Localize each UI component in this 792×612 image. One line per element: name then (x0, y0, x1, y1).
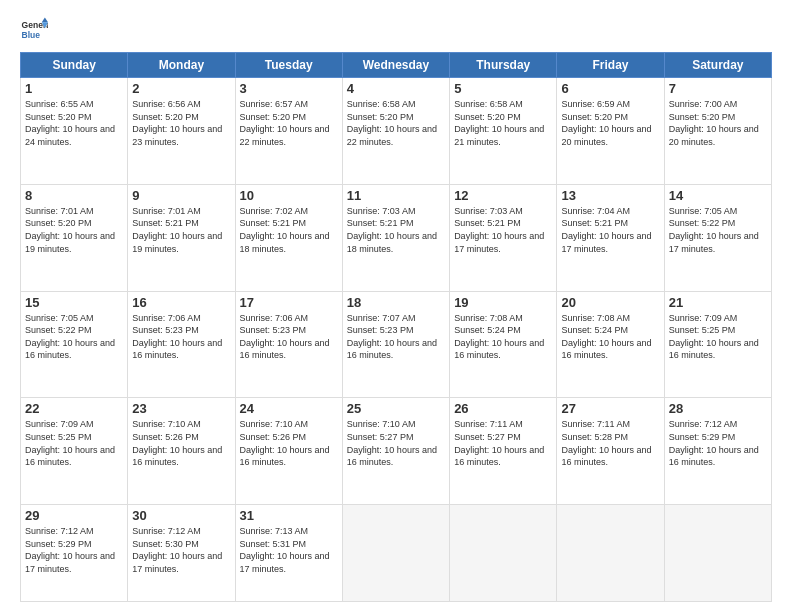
calendar-day-cell: 2 Sunrise: 6:56 AM Sunset: 5:20 PM Dayli… (128, 78, 235, 185)
day-info: Sunrise: 6:57 AM Sunset: 5:20 PM Dayligh… (240, 98, 338, 148)
calendar-day-cell: 10 Sunrise: 7:02 AM Sunset: 5:21 PM Dayl… (235, 184, 342, 291)
day-number: 13 (561, 188, 659, 203)
calendar-week-row: 8 Sunrise: 7:01 AM Sunset: 5:20 PM Dayli… (21, 184, 772, 291)
day-info: Sunrise: 7:01 AM Sunset: 5:20 PM Dayligh… (25, 205, 123, 255)
header: General Blue (20, 16, 772, 44)
calendar-day-cell: 18 Sunrise: 7:07 AM Sunset: 5:23 PM Dayl… (342, 291, 449, 398)
day-number: 7 (669, 81, 767, 96)
calendar-col-header: Wednesday (342, 53, 449, 78)
day-number: 3 (240, 81, 338, 96)
calendar-day-cell: 22 Sunrise: 7:09 AM Sunset: 5:25 PM Dayl… (21, 398, 128, 505)
calendar-col-header: Monday (128, 53, 235, 78)
calendar-day-cell: 15 Sunrise: 7:05 AM Sunset: 5:22 PM Dayl… (21, 291, 128, 398)
day-number: 28 (669, 401, 767, 416)
day-info: Sunrise: 7:11 AM Sunset: 5:28 PM Dayligh… (561, 418, 659, 468)
day-number: 19 (454, 295, 552, 310)
day-number: 2 (132, 81, 230, 96)
day-info: Sunrise: 7:04 AM Sunset: 5:21 PM Dayligh… (561, 205, 659, 255)
day-number: 21 (669, 295, 767, 310)
day-number: 17 (240, 295, 338, 310)
day-number: 30 (132, 508, 230, 523)
calendar-day-cell: 4 Sunrise: 6:58 AM Sunset: 5:20 PM Dayli… (342, 78, 449, 185)
calendar-col-header: Thursday (450, 53, 557, 78)
calendar-day-cell: 6 Sunrise: 6:59 AM Sunset: 5:20 PM Dayli… (557, 78, 664, 185)
day-number: 24 (240, 401, 338, 416)
day-info: Sunrise: 7:02 AM Sunset: 5:21 PM Dayligh… (240, 205, 338, 255)
day-info: Sunrise: 7:05 AM Sunset: 5:22 PM Dayligh… (25, 312, 123, 362)
day-info: Sunrise: 7:07 AM Sunset: 5:23 PM Dayligh… (347, 312, 445, 362)
day-info: Sunrise: 7:12 AM Sunset: 5:29 PM Dayligh… (25, 525, 123, 575)
day-number: 18 (347, 295, 445, 310)
day-number: 20 (561, 295, 659, 310)
day-number: 8 (25, 188, 123, 203)
calendar-col-header: Friday (557, 53, 664, 78)
day-info: Sunrise: 7:09 AM Sunset: 5:25 PM Dayligh… (669, 312, 767, 362)
calendar-day-cell: 31 Sunrise: 7:13 AM Sunset: 5:31 PM Dayl… (235, 505, 342, 602)
calendar-day-cell: 1 Sunrise: 6:55 AM Sunset: 5:20 PM Dayli… (21, 78, 128, 185)
calendar-week-row: 29 Sunrise: 7:12 AM Sunset: 5:29 PM Dayl… (21, 505, 772, 602)
logo: General Blue (20, 16, 48, 44)
generalblue-logo-icon: General Blue (20, 16, 48, 44)
calendar-col-header: Sunday (21, 53, 128, 78)
day-number: 22 (25, 401, 123, 416)
calendar-day-cell (342, 505, 449, 602)
calendar-col-header: Saturday (664, 53, 771, 78)
calendar-week-row: 15 Sunrise: 7:05 AM Sunset: 5:22 PM Dayl… (21, 291, 772, 398)
day-info: Sunrise: 7:13 AM Sunset: 5:31 PM Dayligh… (240, 525, 338, 575)
day-info: Sunrise: 7:06 AM Sunset: 5:23 PM Dayligh… (132, 312, 230, 362)
day-info: Sunrise: 7:09 AM Sunset: 5:25 PM Dayligh… (25, 418, 123, 468)
day-number: 15 (25, 295, 123, 310)
day-info: Sunrise: 7:10 AM Sunset: 5:26 PM Dayligh… (240, 418, 338, 468)
calendar-day-cell: 8 Sunrise: 7:01 AM Sunset: 5:20 PM Dayli… (21, 184, 128, 291)
day-info: Sunrise: 6:59 AM Sunset: 5:20 PM Dayligh… (561, 98, 659, 148)
day-number: 4 (347, 81, 445, 96)
calendar-day-cell (450, 505, 557, 602)
day-number: 27 (561, 401, 659, 416)
svg-text:Blue: Blue (22, 30, 41, 40)
day-info: Sunrise: 7:11 AM Sunset: 5:27 PM Dayligh… (454, 418, 552, 468)
day-number: 29 (25, 508, 123, 523)
calendar-day-cell: 19 Sunrise: 7:08 AM Sunset: 5:24 PM Dayl… (450, 291, 557, 398)
calendar-table: SundayMondayTuesdayWednesdayThursdayFrid… (20, 52, 772, 602)
calendar-day-cell: 11 Sunrise: 7:03 AM Sunset: 5:21 PM Dayl… (342, 184, 449, 291)
calendar-day-cell: 17 Sunrise: 7:06 AM Sunset: 5:23 PM Dayl… (235, 291, 342, 398)
calendar-day-cell: 24 Sunrise: 7:10 AM Sunset: 5:26 PM Dayl… (235, 398, 342, 505)
calendar-day-cell: 16 Sunrise: 7:06 AM Sunset: 5:23 PM Dayl… (128, 291, 235, 398)
day-info: Sunrise: 7:03 AM Sunset: 5:21 PM Dayligh… (347, 205, 445, 255)
day-number: 1 (25, 81, 123, 96)
calendar-day-cell (557, 505, 664, 602)
day-info: Sunrise: 6:58 AM Sunset: 5:20 PM Dayligh… (347, 98, 445, 148)
day-number: 5 (454, 81, 552, 96)
day-info: Sunrise: 7:05 AM Sunset: 5:22 PM Dayligh… (669, 205, 767, 255)
day-info: Sunrise: 7:03 AM Sunset: 5:21 PM Dayligh… (454, 205, 552, 255)
day-number: 11 (347, 188, 445, 203)
day-info: Sunrise: 7:12 AM Sunset: 5:29 PM Dayligh… (669, 418, 767, 468)
calendar-day-cell: 27 Sunrise: 7:11 AM Sunset: 5:28 PM Dayl… (557, 398, 664, 505)
day-info: Sunrise: 7:08 AM Sunset: 5:24 PM Dayligh… (561, 312, 659, 362)
day-number: 31 (240, 508, 338, 523)
calendar-day-cell: 23 Sunrise: 7:10 AM Sunset: 5:26 PM Dayl… (128, 398, 235, 505)
calendar-day-cell: 30 Sunrise: 7:12 AM Sunset: 5:30 PM Dayl… (128, 505, 235, 602)
calendar-day-cell: 14 Sunrise: 7:05 AM Sunset: 5:22 PM Dayl… (664, 184, 771, 291)
calendar-day-cell: 13 Sunrise: 7:04 AM Sunset: 5:21 PM Dayl… (557, 184, 664, 291)
calendar-day-cell: 5 Sunrise: 6:58 AM Sunset: 5:20 PM Dayli… (450, 78, 557, 185)
calendar-day-cell: 25 Sunrise: 7:10 AM Sunset: 5:27 PM Dayl… (342, 398, 449, 505)
calendar-day-cell: 3 Sunrise: 6:57 AM Sunset: 5:20 PM Dayli… (235, 78, 342, 185)
day-number: 10 (240, 188, 338, 203)
day-info: Sunrise: 6:55 AM Sunset: 5:20 PM Dayligh… (25, 98, 123, 148)
calendar-day-cell: 12 Sunrise: 7:03 AM Sunset: 5:21 PM Dayl… (450, 184, 557, 291)
day-info: Sunrise: 6:58 AM Sunset: 5:20 PM Dayligh… (454, 98, 552, 148)
page: General Blue SundayMondayTuesdayWednesda… (0, 0, 792, 612)
calendar-day-cell: 26 Sunrise: 7:11 AM Sunset: 5:27 PM Dayl… (450, 398, 557, 505)
day-number: 6 (561, 81, 659, 96)
day-info: Sunrise: 6:56 AM Sunset: 5:20 PM Dayligh… (132, 98, 230, 148)
calendar-day-cell: 29 Sunrise: 7:12 AM Sunset: 5:29 PM Dayl… (21, 505, 128, 602)
calendar-day-cell: 7 Sunrise: 7:00 AM Sunset: 5:20 PM Dayli… (664, 78, 771, 185)
day-number: 14 (669, 188, 767, 203)
calendar-day-cell: 28 Sunrise: 7:12 AM Sunset: 5:29 PM Dayl… (664, 398, 771, 505)
calendar-week-row: 1 Sunrise: 6:55 AM Sunset: 5:20 PM Dayli… (21, 78, 772, 185)
calendar-col-header: Tuesday (235, 53, 342, 78)
calendar-day-cell: 21 Sunrise: 7:09 AM Sunset: 5:25 PM Dayl… (664, 291, 771, 398)
calendar-day-cell: 9 Sunrise: 7:01 AM Sunset: 5:21 PM Dayli… (128, 184, 235, 291)
day-info: Sunrise: 7:06 AM Sunset: 5:23 PM Dayligh… (240, 312, 338, 362)
